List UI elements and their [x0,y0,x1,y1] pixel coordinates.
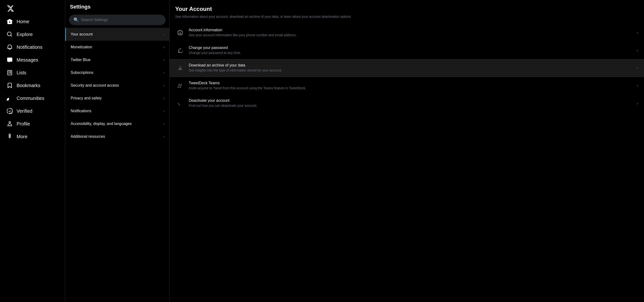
tweetdeck-teams-icon [176,81,185,90]
settings-menu: Your account › Monetization › Twitter Bl… [65,28,169,143]
search-bar-container: 🔍 [65,13,169,28]
tweetdeck-teams-title: TweetDeck Teams [189,81,634,85]
account-description: See information about your account, down… [170,14,644,24]
settings-menu-item-additional-label: Additional resources [71,135,105,139]
notifications-icon [7,44,13,50]
twitter-logo[interactable] [3,2,62,14]
account-info-title: Account information [189,28,634,32]
more-icon [7,134,13,140]
tweetdeck-teams-desc: Invite anyone to Tweet from this account… [189,86,634,91]
download-archive-icon [176,63,185,73]
chevron-right-icon-change-password: › [637,48,638,53]
download-archive-title: Download an archive of your data [189,63,634,67]
sidebar-item-verified-label: Verified [16,108,32,114]
account-info-icon [176,28,185,37]
messages-icon [7,57,13,63]
account-option-account-info[interactable]: Account information See your account inf… [170,24,644,42]
chevron-right-icon-download-archive: › [637,66,638,70]
settings-menu-item-privacy[interactable]: Privacy and safety › [65,92,169,105]
change-password-desc: Change your password at any time. [189,51,634,55]
account-title: Your Account [170,5,644,14]
communities-icon [7,95,13,101]
account-panel: Your Account See information about your … [170,0,644,302]
settings-menu-item-your-account[interactable]: Your account › [65,28,169,41]
sidebar-item-profile[interactable]: Profile [3,117,62,130]
change-password-title: Change your password [189,46,634,50]
account-info-text: Account information See your account inf… [189,28,634,38]
sidebar-item-notifications[interactable]: Notifications [3,41,62,53]
sidebar-item-communities-label: Communities [16,96,44,101]
account-option-tweetdeck-teams[interactable]: TweetDeck Teams Invite anyone to Tweet f… [170,77,644,95]
settings-menu-item-monetization[interactable]: Monetization › [65,41,169,53]
sidebar-item-verified[interactable]: Verified [3,105,62,117]
deactivate-icon [176,99,185,108]
verified-icon [7,108,13,114]
sidebar: Home Explore Notifications Messages List… [0,0,65,302]
sidebar-item-communities[interactable]: Communities [3,92,62,105]
settings-menu-item-security[interactable]: Security and account access › [65,79,169,92]
chevron-right-icon-your-account: › [163,32,164,36]
account-option-deactivate[interactable]: Deactivate your account Find out how you… [170,94,644,112]
settings-menu-item-privacy-label: Privacy and safety [71,96,102,100]
download-archive-text: Download an archive of your data Get ins… [189,63,634,73]
settings-title: Settings [65,0,169,13]
settings-menu-item-additional[interactable]: Additional resources › [65,130,169,143]
sidebar-item-bookmarks[interactable]: Bookmarks [3,79,62,92]
chevron-right-icon-notifications: › [163,109,164,113]
sidebar-item-messages-label: Messages [16,57,38,63]
chevron-right-icon-deactivate: › [637,101,638,106]
tweetdeck-teams-text: TweetDeck Teams Invite anyone to Tweet f… [189,81,634,91]
chevron-right-icon-security: › [163,84,164,87]
settings-menu-item-accessibility[interactable]: Accessibility, display, and languages › [65,117,169,130]
chevron-right-icon-account-info: › [637,30,638,35]
sidebar-item-home-label: Home [16,19,29,24]
sidebar-item-explore[interactable]: Explore [3,28,62,41]
account-option-download-archive[interactable]: Download an archive of your data Get ins… [170,59,644,77]
settings-menu-item-twitter-blue-label: Twitter Blue [71,58,90,62]
sidebar-item-explore-label: Explore [16,32,33,37]
sidebar-item-profile-label: Profile [16,121,30,127]
bookmarks-icon [7,82,13,89]
chevron-right-icon-accessibility: › [163,122,164,126]
settings-menu-item-subscriptions-label: Subscriptions [71,71,94,75]
download-archive-desc: Get insights into the type of informatio… [189,68,634,73]
settings-menu-item-notifications-label: Notifications [71,109,91,113]
account-option-change-password[interactable]: Change your password Change your passwor… [170,42,644,59]
sidebar-item-messages[interactable]: Messages [3,53,62,66]
profile-icon [7,121,13,127]
home-icon [7,18,13,25]
sidebar-item-home[interactable]: Home [3,15,62,28]
sidebar-item-lists-label: Lists [16,70,26,75]
search-bar[interactable]: 🔍 [69,15,166,25]
sidebar-item-more[interactable]: More [3,130,62,143]
deactivate-title: Deactivate your account [189,98,634,103]
settings-menu-item-notifications[interactable]: Notifications › [65,105,169,117]
search-settings-input[interactable] [81,18,161,22]
change-password-icon [176,46,185,55]
account-info-desc: See your account information like your p… [189,33,634,38]
sidebar-item-lists[interactable]: Lists [3,66,62,79]
settings-panel: Settings 🔍 Your account › Monetization ›… [65,0,170,302]
sidebar-item-bookmarks-label: Bookmarks [16,83,40,88]
chevron-right-icon-additional: › [163,135,164,139]
chevron-right-icon-subscriptions: › [163,71,164,75]
explore-icon [7,31,13,37]
settings-menu-item-monetization-label: Monetization [71,45,92,49]
chevron-right-icon-monetization: › [163,45,164,49]
chevron-right-icon-privacy: › [163,96,164,100]
chevron-right-icon-twitter-blue: › [163,58,164,62]
deactivate-desc: Find out how you can deactivate your acc… [189,103,634,108]
settings-menu-item-subscriptions[interactable]: Subscriptions › [65,66,169,79]
sidebar-item-more-label: More [16,134,28,140]
settings-menu-item-twitter-blue[interactable]: Twitter Blue › [65,53,169,66]
settings-menu-item-security-label: Security and account access [71,83,119,88]
search-icon: 🔍 [74,17,79,22]
deactivate-text: Deactivate your account Find out how you… [189,98,634,108]
settings-menu-item-accessibility-label: Accessibility, display, and languages [71,122,132,126]
sidebar-item-notifications-label: Notifications [16,44,42,50]
settings-menu-item-your-account-label: Your account [71,32,93,36]
chevron-right-icon-tweetdeck-teams: › [637,84,638,88]
change-password-text: Change your password Change your passwor… [189,46,634,55]
lists-icon [7,70,13,76]
